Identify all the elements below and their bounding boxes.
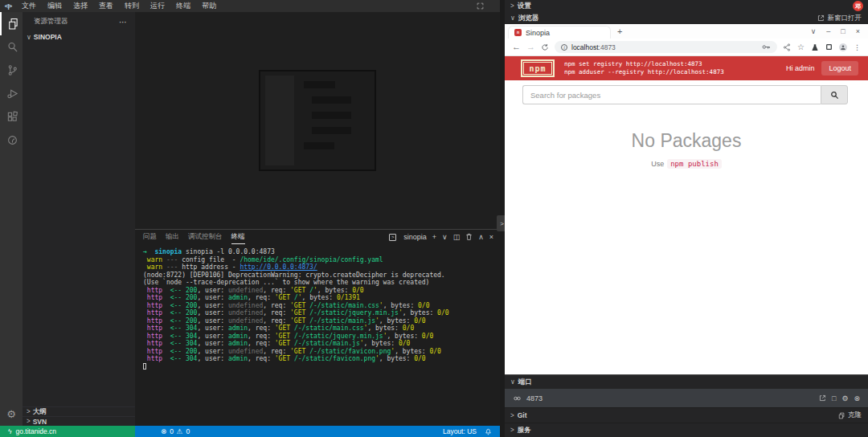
menu-item-2[interactable]: 选择: [68, 0, 93, 12]
fullscreen-icon[interactable]: [477, 2, 484, 10]
menu-item-5[interactable]: 运行: [145, 0, 170, 12]
remote-indicator[interactable]: ϟ go.titanide.cn: [0, 426, 135, 437]
chevron-right-icon: >: [27, 408, 31, 416]
manage-gear-icon[interactable]: ⚙: [0, 403, 23, 424]
maximize-panel-icon[interactable]: ∧: [478, 233, 484, 241]
menu-item-0[interactable]: 文件: [16, 0, 42, 12]
share-icon[interactable]: [783, 43, 791, 51]
activity-bar: ⚙: [0, 12, 23, 426]
editor-column: 问题输出调试控制台终端 > sinopia + ∨ ◫ ∧ ×: [135, 12, 500, 426]
new-tab-icon[interactable]: +: [617, 27, 622, 36]
password-key-icon[interactable]: [762, 43, 771, 51]
package-search-area: [505, 80, 868, 109]
browser-tab-strip: n Sinopia + ∨ – □ ×: [505, 24, 868, 39]
editor-area: [135, 12, 500, 229]
menu-item-1[interactable]: 编辑: [42, 0, 68, 12]
outline-section[interactable]: > 大纲: [23, 406, 135, 416]
activity-bar-spacer: [0, 152, 23, 403]
extension-flask-icon[interactable]: [811, 43, 819, 51]
extension-box-icon[interactable]: [825, 43, 833, 51]
new-terminal-icon[interactable]: +: [432, 233, 436, 241]
stop-forwarding-icon[interactable]: ⊗: [854, 394, 860, 402]
terminal-cursor: [143, 363, 146, 370]
chevron-right-icon: >: [27, 418, 31, 426]
split-terminal-icon[interactable]: ◫: [453, 233, 461, 241]
terminal-output[interactable]: → sinopia sinopia -l 0.0.0.0:4873 warn -…: [135, 244, 500, 426]
git-section-header[interactable]: > Git 克隆: [505, 407, 868, 423]
panel-tab-0[interactable]: 问题: [143, 230, 157, 244]
user-avatar[interactable]: 邓: [853, 1, 863, 11]
title-bar: <|> 文件编辑选择查看转到运行终端帮助: [0, 0, 500, 12]
panel-tab-3[interactable]: 终端: [231, 230, 245, 244]
svn-section[interactable]: > SVN: [23, 416, 135, 426]
search-icon[interactable]: [0, 35, 23, 59]
close-panel-icon[interactable]: ×: [489, 233, 493, 241]
sidebar-empty-area: [23, 43, 135, 406]
menu-item-3[interactable]: 查看: [93, 0, 119, 12]
source-control-icon[interactable]: [0, 59, 23, 82]
chevron-down-icon: ∨: [510, 378, 515, 386]
close-window-icon[interactable]: ×: [856, 27, 860, 35]
browser-profile-icon[interactable]: [839, 43, 847, 51]
browser-window-controls: ∨ – □ ×: [811, 27, 860, 35]
menu-item-4[interactable]: 转到: [119, 0, 145, 12]
kill-terminal-icon[interactable]: [465, 233, 473, 241]
warning-count: 0: [186, 427, 190, 435]
url-host: localhost: [571, 43, 599, 51]
search-submit-button[interactable]: [821, 85, 848, 104]
problems-indicator[interactable]: ⊗ 0 ⚠ 0: [161, 427, 190, 435]
npm-header: npm npm set registry http://localhost:48…: [505, 56, 868, 80]
browser-menu-kebab-icon[interactable]: ⋮: [854, 43, 861, 51]
open-new-window-button[interactable]: 新窗口打开: [817, 14, 862, 23]
runtime-status-icon[interactable]: [0, 129, 23, 152]
hint-prefix: Use: [651, 160, 664, 168]
app-logo-icon: <|>: [0, 2, 16, 10]
forward-icon[interactable]: →: [526, 43, 535, 51]
folder-name: SINOPIA: [34, 33, 62, 41]
forwarded-port-row[interactable]: 4873 □ ⚙ ⊗: [505, 389, 868, 407]
browser-tab-sinopia[interactable]: n Sinopia: [508, 26, 611, 39]
outline-label: 大纲: [33, 407, 47, 417]
panel-tab-1[interactable]: 输出: [166, 230, 179, 244]
preview-in-editor-icon[interactable]: □: [832, 394, 836, 402]
url-port: :4873: [599, 43, 616, 51]
terminal-shell-name[interactable]: sinopia: [403, 233, 427, 241]
reload-icon[interactable]: [541, 43, 549, 51]
site-info-icon[interactable]: i: [561, 44, 567, 51]
ports-section-header[interactable]: ∨ 端口: [505, 374, 868, 389]
port-number: 4873: [526, 394, 542, 402]
settings-section-header[interactable]: > 设置 邓: [505, 0, 868, 12]
watermark-sidebar-shape: [265, 76, 294, 165]
port-settings-gear-icon[interactable]: ⚙: [841, 394, 848, 402]
npm-logo: npm: [521, 59, 555, 77]
package-search-input[interactable]: [522, 85, 821, 104]
more-actions-icon[interactable]: ⋯: [119, 18, 127, 27]
bookmark-star-icon[interactable]: ☆: [797, 43, 805, 51]
url-bar[interactable]: i localhost:4873: [555, 41, 777, 53]
logout-button[interactable]: Logout: [821, 61, 858, 76]
browser-section-header[interactable]: ∨ 浏览器 新窗口打开: [505, 12, 868, 24]
folder-section-sinopia[interactable]: ∨ SINOPIA: [23, 31, 135, 43]
run-debug-icon[interactable]: [0, 82, 23, 105]
open-in-browser-icon[interactable]: [819, 394, 826, 402]
menu-item-6[interactable]: 终端: [170, 0, 196, 12]
notifications-bell-icon[interactable]: [485, 427, 492, 435]
panel-tab-2[interactable]: 调试控制台: [188, 230, 223, 244]
status-bar-right: Layout: US: [443, 427, 500, 435]
tab-search-chevron-icon[interactable]: ∨: [811, 27, 817, 35]
minimize-icon[interactable]: –: [826, 27, 830, 35]
services-section-header[interactable]: > 服务: [505, 423, 868, 437]
menu-item-7[interactable]: 帮助: [196, 0, 222, 12]
extensions-icon[interactable]: [0, 105, 23, 129]
back-icon[interactable]: ←: [512, 43, 521, 51]
terminal-dropdown-icon[interactable]: ∨: [442, 233, 448, 241]
error-icon: ⊗: [161, 427, 166, 435]
packages-empty-state: No Packages Use npm publish: [505, 109, 868, 374]
explorer-icon[interactable]: [0, 12, 23, 35]
restore-icon[interactable]: □: [841, 27, 845, 35]
port-link-icon: [513, 394, 522, 402]
chevron-right-icon: >: [510, 427, 514, 435]
menu-bar: 文件编辑选择查看转到运行终端帮助: [16, 0, 222, 12]
keyboard-layout[interactable]: Layout: US: [443, 427, 477, 435]
git-clone-button[interactable]: 克隆: [837, 410, 862, 420]
